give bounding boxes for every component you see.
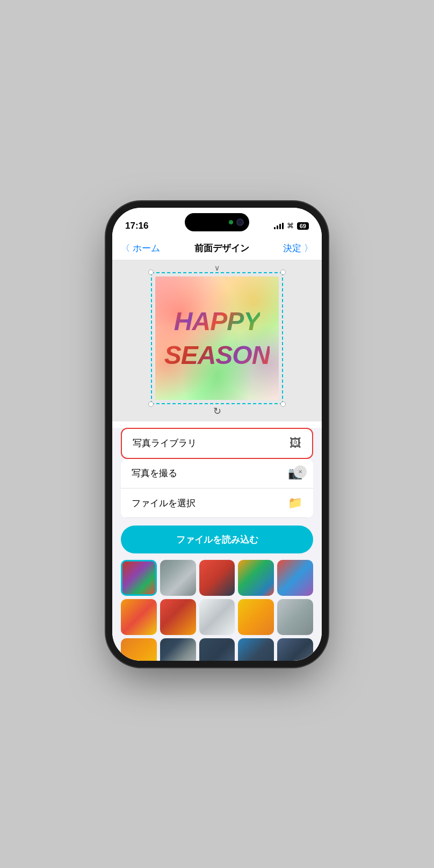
grid-item-3[interactable] — [199, 560, 235, 596]
nav-title: 前面デザイン — [194, 242, 249, 254]
select-file-label: ファイルを選択 — [132, 497, 196, 509]
collapse-handle[interactable]: ∨ — [208, 262, 226, 273]
photo-library-label: 写真ライブラリ — [133, 437, 197, 449]
phone-frame: 17:16 ⌘ 69 〈 ホーム 前面デザイン 決定 〉 ∨ — [112, 208, 322, 661]
take-photo-row[interactable]: 写真を撮る 📷 — [121, 459, 313, 488]
nav-confirm-button[interactable]: 決定 〉 — [283, 242, 313, 254]
grid-item-11[interactable] — [121, 638, 157, 661]
grid-item-1[interactable] — [121, 560, 157, 596]
folder-icon: 📁 — [288, 496, 302, 510]
corner-handle-tl[interactable] — [148, 269, 154, 275]
di-camera — [236, 218, 244, 226]
status-icons: ⌘ 69 — [274, 222, 309, 230]
load-file-button[interactable]: ファイルを読み込む — [121, 526, 313, 553]
image-grid — [112, 560, 322, 661]
status-bar: 17:16 ⌘ 69 — [112, 208, 322, 237]
battery-icon: 69 — [297, 222, 309, 230]
grid-item-14[interactable] — [238, 638, 274, 661]
happy-text: HAPPY — [174, 307, 260, 336]
canvas-area: ∨ HAPPY SEASON ↻ — [112, 260, 322, 421]
status-time: 17:16 — [125, 221, 148, 231]
di-light — [229, 220, 233, 224]
options-menu-card: 写真を撮る 📷 ファイルを選択 📁 × — [121, 459, 313, 519]
nav-bar: 〈 ホーム 前面デザイン 決定 〉 — [112, 237, 322, 260]
photo-library-row[interactable]: 写真ライブラリ 🖼 — [121, 428, 313, 459]
grid-item-9[interactable] — [238, 599, 274, 635]
select-file-row[interactable]: ファイルを選択 📁 — [121, 488, 313, 518]
grid-item-6[interactable] — [121, 599, 157, 635]
nav-back-button[interactable]: 〈 ホーム — [121, 242, 160, 254]
happy-season-overlay: HAPPY SEASON — [155, 276, 279, 400]
close-button[interactable]: × — [294, 465, 307, 478]
grid-item-10[interactable] — [277, 599, 313, 635]
corner-handle-br[interactable] — [280, 402, 286, 407]
grid-item-8[interactable] — [199, 599, 235, 635]
grid-item-4[interactable] — [238, 560, 274, 596]
corner-handle-bl[interactable] — [148, 402, 154, 407]
design-card[interactable]: HAPPY SEASON ↻ — [155, 276, 279, 400]
grid-item-2[interactable] — [160, 560, 196, 596]
dynamic-island — [185, 213, 249, 231]
season-text: SEASON — [164, 340, 270, 370]
wifi-icon: ⌘ — [287, 222, 294, 230]
grid-item-12[interactable] — [160, 638, 196, 661]
grid-item-7[interactable] — [160, 599, 196, 635]
photo-library-icon: 🖼 — [290, 436, 301, 450]
design-image: HAPPY SEASON — [155, 276, 279, 400]
bottom-panel: 写真ライブラリ 🖼 写真を撮る 📷 ファイルを選択 📁 × ファイルを読み込む — [112, 428, 322, 661]
grid-item-5[interactable] — [277, 560, 313, 596]
corner-handle-tr[interactable] — [280, 269, 286, 275]
rotate-handle[interactable]: ↻ — [213, 405, 221, 417]
load-file-label: ファイルを読み込む — [176, 534, 258, 546]
signal-bars — [274, 223, 284, 229]
take-photo-label: 写真を撮る — [132, 467, 177, 479]
grid-item-15[interactable] — [277, 638, 313, 661]
grid-item-13[interactable] — [199, 638, 235, 661]
